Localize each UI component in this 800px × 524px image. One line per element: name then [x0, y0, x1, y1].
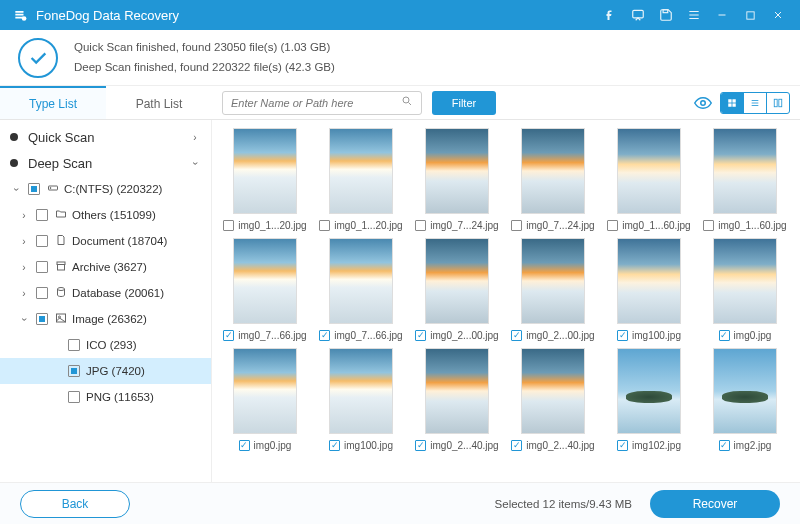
dot-icon — [10, 133, 18, 141]
thumbnail[interactable] — [425, 128, 489, 214]
checkbox[interactable] — [719, 330, 730, 341]
checkbox[interactable] — [223, 330, 234, 341]
tree-png[interactable]: PNG (11653) — [0, 384, 211, 410]
tree-image[interactable]: › Image (26362) — [0, 306, 211, 332]
svg-rect-8 — [728, 103, 731, 106]
search-input[interactable] — [231, 97, 401, 109]
checkbox[interactable] — [415, 440, 426, 451]
file-item[interactable]: img0_1...60.jpg — [698, 128, 792, 234]
checkbox[interactable] — [36, 261, 48, 273]
file-item[interactable]: img100.jpg — [314, 348, 408, 454]
thumbnail[interactable] — [329, 128, 393, 214]
file-item[interactable]: img0_1...60.jpg — [602, 128, 696, 234]
checkbox[interactable] — [36, 313, 48, 325]
checkbox[interactable] — [36, 287, 48, 299]
thumbnail[interactable] — [617, 348, 681, 434]
file-item[interactable]: img0_7...66.jpg — [218, 238, 312, 344]
thumbnail[interactable] — [329, 238, 393, 324]
thumbnail[interactable] — [521, 348, 585, 434]
thumbnail[interactable] — [713, 238, 777, 324]
maximize-icon[interactable] — [736, 1, 764, 29]
tree-document[interactable]: › Document (18704) — [0, 228, 211, 254]
file-item[interactable]: img0_2...00.jpg — [410, 238, 504, 344]
checkbox[interactable] — [68, 365, 80, 377]
file-item[interactable]: img0_7...24.jpg — [410, 128, 504, 234]
checkbox[interactable] — [607, 220, 618, 231]
search-box[interactable] — [222, 91, 422, 115]
thumbnail[interactable] — [233, 128, 297, 214]
tree-ico[interactable]: ICO (293) — [0, 332, 211, 358]
facebook-icon[interactable] — [596, 1, 624, 29]
checkbox[interactable] — [329, 440, 340, 451]
file-item[interactable]: img102.jpg — [602, 348, 696, 454]
feedback-icon[interactable] — [624, 1, 652, 29]
thumbnail[interactable] — [713, 348, 777, 434]
tree-archive[interactable]: › Archive (3627) — [0, 254, 211, 280]
thumbnail[interactable] — [233, 238, 297, 324]
view-list-icon[interactable] — [744, 93, 766, 113]
checkbox[interactable] — [511, 440, 522, 451]
checkbox[interactable] — [28, 183, 40, 195]
check-circle-icon — [18, 38, 58, 78]
checkbox[interactable] — [68, 339, 80, 351]
checkbox[interactable] — [719, 440, 730, 451]
file-item[interactable]: img2.jpg — [698, 348, 792, 454]
checkbox[interactable] — [36, 209, 48, 221]
section-quick-scan[interactable]: Quick Scan › — [0, 124, 211, 150]
minimize-icon[interactable] — [708, 1, 736, 29]
thumbnail[interactable] — [713, 128, 777, 214]
thumbnail[interactable] — [617, 128, 681, 214]
checkbox[interactable] — [415, 330, 426, 341]
menu-icon[interactable] — [680, 1, 708, 29]
tab-path-list[interactable]: Path List — [106, 86, 212, 119]
checkbox[interactable] — [68, 391, 80, 403]
checkbox[interactable] — [319, 330, 330, 341]
checkbox[interactable] — [511, 220, 522, 231]
recover-button[interactable]: Recover — [650, 490, 780, 518]
checkbox[interactable] — [319, 220, 330, 231]
thumbnail[interactable] — [617, 238, 681, 324]
file-item[interactable]: img0.jpg — [218, 348, 312, 454]
thumbnail[interactable] — [425, 348, 489, 434]
checkbox[interactable] — [511, 330, 522, 341]
database-icon — [54, 286, 68, 300]
close-icon[interactable] — [764, 1, 792, 29]
checkbox[interactable] — [617, 330, 628, 341]
file-item[interactable]: img0_2...00.jpg — [506, 238, 600, 344]
file-item[interactable]: img0_1...20.jpg — [218, 128, 312, 234]
preview-toggle-icon[interactable] — [692, 92, 714, 114]
checkbox[interactable] — [36, 235, 48, 247]
checkbox[interactable] — [223, 220, 234, 231]
tab-type-list[interactable]: Type List — [0, 86, 106, 119]
view-grid-icon[interactable] — [721, 93, 743, 113]
chevron-down-icon: › — [190, 157, 201, 169]
tree-database[interactable]: › Database (20061) — [0, 280, 211, 306]
thumbnail[interactable] — [521, 238, 585, 324]
checkbox[interactable] — [617, 440, 628, 451]
toolbar: Filter — [212, 86, 800, 120]
thumbnail[interactable] — [329, 348, 393, 434]
tree-others[interactable]: › Others (151099) — [0, 202, 211, 228]
file-item[interactable]: img0_1...20.jpg — [314, 128, 408, 234]
filter-button[interactable]: Filter — [432, 91, 496, 115]
thumbnail[interactable] — [233, 348, 297, 434]
save-icon[interactable] — [652, 1, 680, 29]
file-name: img100.jpg — [632, 330, 681, 341]
view-detail-icon[interactable] — [767, 93, 789, 113]
file-item[interactable]: img0_7...66.jpg — [314, 238, 408, 344]
back-button[interactable]: Back — [20, 490, 130, 518]
file-item[interactable]: img0.jpg — [698, 238, 792, 344]
checkbox[interactable] — [415, 220, 426, 231]
checkbox[interactable] — [703, 220, 714, 231]
checkbox[interactable] — [239, 440, 250, 451]
file-item[interactable]: img0_2...40.jpg — [506, 348, 600, 454]
file-item[interactable]: img100.jpg — [602, 238, 696, 344]
thumbnail[interactable] — [425, 238, 489, 324]
section-deep-scan[interactable]: Deep Scan › — [0, 150, 211, 176]
thumbnail[interactable] — [521, 128, 585, 214]
tree-drive[interactable]: › C:(NTFS) (220322) — [0, 176, 211, 202]
svg-rect-2 — [663, 10, 668, 13]
file-item[interactable]: img0_2...40.jpg — [410, 348, 504, 454]
tree-jpg[interactable]: JPG (7420) — [0, 358, 211, 384]
file-item[interactable]: img0_7...24.jpg — [506, 128, 600, 234]
